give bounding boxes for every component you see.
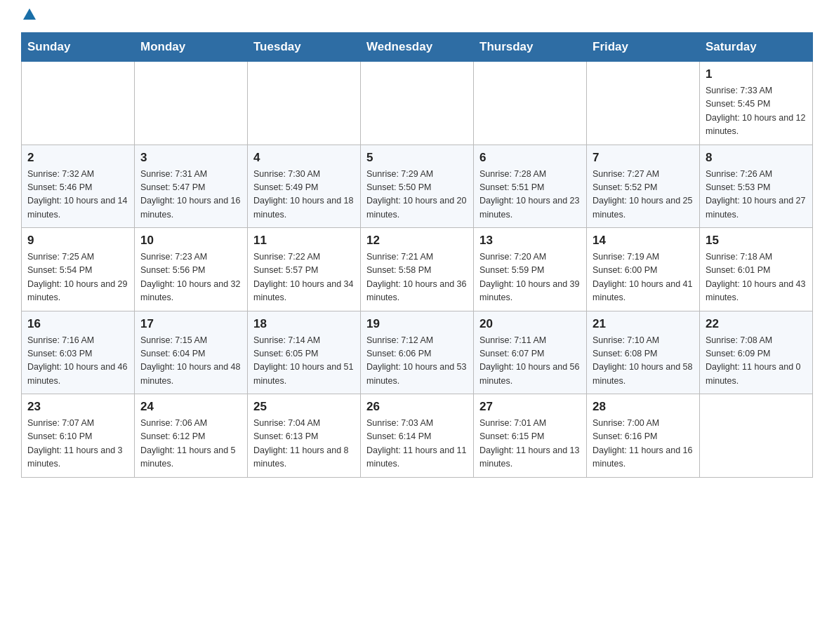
- day-number: 27: [479, 400, 581, 414]
- day-info: Sunrise: 7:11 AM Sunset: 6:07 PM Dayligh…: [479, 334, 581, 389]
- day-info: Sunrise: 7:25 AM Sunset: 5:54 PM Dayligh…: [27, 250, 128, 305]
- calendar-cell: [587, 62, 700, 145]
- calendar-cell: 10Sunrise: 7:23 AM Sunset: 5:56 PM Dayli…: [135, 228, 248, 311]
- day-number: 15: [706, 234, 807, 248]
- day-number: 23: [27, 400, 128, 414]
- day-number: 17: [140, 317, 241, 331]
- day-info: Sunrise: 7:10 AM Sunset: 6:08 PM Dayligh…: [593, 334, 694, 389]
- calendar-cell: 25Sunrise: 7:04 AM Sunset: 6:13 PM Dayli…: [248, 394, 361, 478]
- calendar-cell: [474, 62, 587, 145]
- day-number: 8: [706, 151, 807, 165]
- day-number: 19: [366, 317, 468, 331]
- calendar-cell: 7Sunrise: 7:27 AM Sunset: 5:52 PM Daylig…: [587, 145, 700, 228]
- day-info: Sunrise: 7:07 AM Sunset: 6:10 PM Dayligh…: [27, 417, 128, 471]
- weekday-header-wednesday: Wednesday: [361, 33, 474, 62]
- day-info: Sunrise: 7:06 AM Sunset: 6:12 PM Dayligh…: [140, 417, 241, 471]
- day-number: 9: [27, 234, 128, 248]
- calendar-cell: 18Sunrise: 7:14 AM Sunset: 6:05 PM Dayli…: [248, 311, 361, 394]
- weekday-header-monday: Monday: [135, 33, 248, 62]
- day-info: Sunrise: 7:22 AM Sunset: 5:57 PM Dayligh…: [253, 250, 355, 305]
- calendar-cell: 13Sunrise: 7:20 AM Sunset: 5:59 PM Dayli…: [474, 228, 587, 311]
- calendar-cell: 28Sunrise: 7:00 AM Sunset: 6:16 PM Dayli…: [587, 394, 700, 478]
- calendar-cell: 23Sunrise: 7:07 AM Sunset: 6:10 PM Dayli…: [22, 394, 135, 478]
- calendar-cell: 26Sunrise: 7:03 AM Sunset: 6:14 PM Dayli…: [361, 394, 474, 478]
- day-number: 7: [593, 151, 694, 165]
- day-info: Sunrise: 7:20 AM Sunset: 5:59 PM Dayligh…: [479, 250, 581, 305]
- calendar-cell: 6Sunrise: 7:28 AM Sunset: 5:51 PM Daylig…: [474, 145, 587, 228]
- day-info: Sunrise: 7:01 AM Sunset: 6:15 PM Dayligh…: [479, 417, 581, 471]
- day-info: Sunrise: 7:31 AM Sunset: 5:47 PM Dayligh…: [140, 168, 241, 222]
- calendar-cell: 16Sunrise: 7:16 AM Sunset: 6:03 PM Dayli…: [22, 311, 135, 394]
- day-info: Sunrise: 7:30 AM Sunset: 5:49 PM Dayligh…: [253, 168, 355, 222]
- weekday-header-tuesday: Tuesday: [248, 33, 361, 62]
- day-info: Sunrise: 7:28 AM Sunset: 5:51 PM Dayligh…: [479, 168, 581, 222]
- day-info: Sunrise: 7:29 AM Sunset: 5:50 PM Dayligh…: [366, 168, 468, 222]
- calendar-cell: [361, 62, 474, 145]
- logo-triangle-icon: [23, 8, 36, 20]
- calendar-cell: [135, 62, 248, 145]
- calendar-cell: 11Sunrise: 7:22 AM Sunset: 5:57 PM Dayli…: [248, 228, 361, 311]
- day-number: 11: [253, 234, 355, 248]
- week-row-4: 16Sunrise: 7:16 AM Sunset: 6:03 PM Dayli…: [22, 311, 813, 394]
- day-info: Sunrise: 7:08 AM Sunset: 6:09 PM Dayligh…: [706, 334, 807, 389]
- calendar-cell: [248, 62, 361, 145]
- day-info: Sunrise: 7:21 AM Sunset: 5:58 PM Dayligh…: [366, 250, 468, 305]
- weekday-header-row: SundayMondayTuesdayWednesdayThursdayFrid…: [22, 33, 813, 62]
- day-info: Sunrise: 7:23 AM Sunset: 5:56 PM Dayligh…: [140, 250, 241, 305]
- day-number: 10: [140, 234, 241, 248]
- calendar-cell: 14Sunrise: 7:19 AM Sunset: 6:00 PM Dayli…: [587, 228, 700, 311]
- day-number: 18: [253, 317, 355, 331]
- calendar-cell: 15Sunrise: 7:18 AM Sunset: 6:01 PM Dayli…: [700, 228, 813, 311]
- calendar-cell: 19Sunrise: 7:12 AM Sunset: 6:06 PM Dayli…: [361, 311, 474, 394]
- calendar-cell: [22, 62, 135, 145]
- day-info: Sunrise: 7:12 AM Sunset: 6:06 PM Dayligh…: [366, 334, 468, 389]
- calendar-cell: 1Sunrise: 7:33 AM Sunset: 5:45 PM Daylig…: [700, 62, 813, 145]
- day-info: Sunrise: 7:18 AM Sunset: 6:01 PM Dayligh…: [706, 250, 807, 305]
- calendar-table: SundayMondayTuesdayWednesdayThursdayFrid…: [21, 32, 813, 478]
- day-info: Sunrise: 7:15 AM Sunset: 6:04 PM Dayligh…: [140, 334, 241, 389]
- day-number: 26: [366, 400, 468, 414]
- calendar-cell: 3Sunrise: 7:31 AM Sunset: 5:47 PM Daylig…: [135, 145, 248, 228]
- calendar-cell: 21Sunrise: 7:10 AM Sunset: 6:08 PM Dayli…: [587, 311, 700, 394]
- day-number: 13: [479, 234, 581, 248]
- day-number: 12: [366, 234, 468, 248]
- week-row-1: 1Sunrise: 7:33 AM Sunset: 5:45 PM Daylig…: [22, 62, 813, 145]
- day-number: 28: [593, 400, 694, 414]
- week-row-2: 2Sunrise: 7:32 AM Sunset: 5:46 PM Daylig…: [22, 145, 813, 228]
- week-row-3: 9Sunrise: 7:25 AM Sunset: 5:54 PM Daylig…: [22, 228, 813, 311]
- day-number: 1: [706, 67, 807, 81]
- day-number: 5: [366, 151, 468, 165]
- calendar-cell: 27Sunrise: 7:01 AM Sunset: 6:15 PM Dayli…: [474, 394, 587, 478]
- weekday-header-thursday: Thursday: [474, 33, 587, 62]
- calendar-cell: 4Sunrise: 7:30 AM Sunset: 5:49 PM Daylig…: [248, 145, 361, 228]
- calendar-cell: 12Sunrise: 7:21 AM Sunset: 5:58 PM Dayli…: [361, 228, 474, 311]
- calendar-cell: 8Sunrise: 7:26 AM Sunset: 5:53 PM Daylig…: [700, 145, 813, 228]
- day-info: Sunrise: 7:26 AM Sunset: 5:53 PM Dayligh…: [706, 168, 807, 222]
- week-row-5: 23Sunrise: 7:07 AM Sunset: 6:10 PM Dayli…: [22, 394, 813, 478]
- day-number: 20: [479, 317, 581, 331]
- calendar-cell: [700, 394, 813, 478]
- day-info: Sunrise: 7:04 AM Sunset: 6:13 PM Dayligh…: [253, 417, 355, 471]
- logo: [21, 14, 36, 20]
- calendar-cell: 22Sunrise: 7:08 AM Sunset: 6:09 PM Dayli…: [700, 311, 813, 394]
- day-number: 22: [706, 317, 807, 331]
- calendar-cell: 24Sunrise: 7:06 AM Sunset: 6:12 PM Dayli…: [135, 394, 248, 478]
- calendar-cell: 2Sunrise: 7:32 AM Sunset: 5:46 PM Daylig…: [22, 145, 135, 228]
- day-number: 4: [253, 151, 355, 165]
- day-number: 3: [140, 151, 241, 165]
- day-number: 2: [27, 151, 128, 165]
- day-number: 21: [593, 317, 694, 331]
- day-info: Sunrise: 7:16 AM Sunset: 6:03 PM Dayligh…: [27, 334, 128, 389]
- day-info: Sunrise: 7:00 AM Sunset: 6:16 PM Dayligh…: [593, 417, 694, 471]
- day-info: Sunrise: 7:14 AM Sunset: 6:05 PM Dayligh…: [253, 334, 355, 389]
- calendar-cell: 20Sunrise: 7:11 AM Sunset: 6:07 PM Dayli…: [474, 311, 587, 394]
- day-info: Sunrise: 7:33 AM Sunset: 5:45 PM Dayligh…: [706, 84, 807, 139]
- calendar-cell: 17Sunrise: 7:15 AM Sunset: 6:04 PM Dayli…: [135, 311, 248, 394]
- calendar-cell: 5Sunrise: 7:29 AM Sunset: 5:50 PM Daylig…: [361, 145, 474, 228]
- day-number: 25: [253, 400, 355, 414]
- weekday-header-saturday: Saturday: [700, 33, 813, 62]
- weekday-header-friday: Friday: [587, 33, 700, 62]
- day-info: Sunrise: 7:19 AM Sunset: 6:00 PM Dayligh…: [593, 250, 694, 305]
- weekday-header-sunday: Sunday: [22, 33, 135, 62]
- day-info: Sunrise: 7:32 AM Sunset: 5:46 PM Dayligh…: [27, 168, 128, 222]
